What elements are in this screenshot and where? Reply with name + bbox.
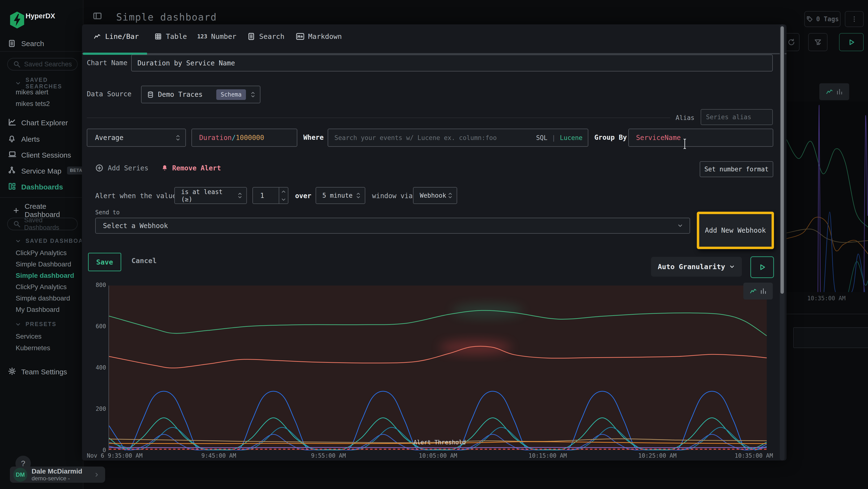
run-query-button[interactable] (750, 256, 774, 278)
sidebar-item-dashboards[interactable]: Dashboards (21, 183, 63, 191)
sql-toggle[interactable]: SQL (536, 134, 547, 141)
sidebar-item-service-map[interactable]: Service Map (21, 167, 61, 175)
add-series-button[interactable]: Add Series (95, 164, 149, 172)
chevron-updown-icon (250, 91, 256, 98)
number-spinner[interactable] (279, 188, 288, 203)
saved-search-item[interactable]: mikes alert (16, 88, 48, 96)
line-chart-icon[interactable] (749, 287, 757, 295)
alert-condition-select[interactable]: is at least (≥) (174, 187, 247, 204)
presets-header-label: PRESETS (26, 321, 56, 327)
alert-threshold-label: Alert Threshold (413, 439, 466, 446)
preview-chart-svg[interactable] (109, 286, 767, 450)
create-dashboard-button[interactable]: Create Dashboard (12, 202, 83, 219)
preset-item-kubernetes[interactable]: Kubernetes (16, 344, 50, 352)
data-source-select[interactable]: Demo Traces Schema (141, 86, 260, 103)
saved-dashboard-item[interactable]: Simple dashboard (16, 294, 70, 302)
saved-searches-input[interactable]: Saved Searches (7, 58, 78, 70)
sidebar-item-client-sessions[interactable]: Client Sessions (21, 151, 71, 159)
alert-channel-select[interactable]: Webhook (413, 187, 457, 204)
saved-dashboard-item[interactable]: ClickPy Analytics (16, 249, 67, 257)
group-by-value: ServiceName (636, 134, 681, 142)
y-tick-label: 400 (87, 364, 106, 371)
spinner-down-icon[interactable] (281, 198, 286, 201)
remove-alert-button[interactable]: Remove Alert (161, 164, 221, 172)
page-title: Simple dashboard (116, 11, 217, 23)
tab-line-bar[interactable]: Line/Bar (93, 30, 139, 42)
modal-scrollbar-thumb[interactable] (780, 26, 784, 294)
saved-dashboards-header[interactable]: SAVED DASHBOARDS (15, 238, 82, 244)
user-menu[interactable]: DM Dale McDiarmid demo-service - (10, 466, 105, 483)
bg-chart-type-toggle[interactable] (819, 83, 849, 100)
saved-search-item[interactable]: mikes tets2 (16, 100, 50, 108)
chart-name-input[interactable]: Duration by Service Name (131, 55, 773, 71)
granularity-value: Auto Granularity (658, 263, 725, 271)
saved-dashboards-input[interactable]: Saved Dashboards (7, 218, 78, 230)
filter-button[interactable] (808, 33, 828, 51)
granularity-select[interactable]: Auto Granularity (651, 257, 742, 277)
set-number-format-button[interactable]: Set number format (700, 161, 773, 177)
spinner-up-icon[interactable] (281, 190, 286, 193)
kebab-menu-button[interactable] (845, 11, 864, 27)
chart-preview: 800 600 400 200 0 Alert Threshold Nov 6 … (87, 283, 773, 460)
saved-dashboard-item[interactable]: Simple Dashboard (16, 260, 71, 268)
live-play-button[interactable] (839, 33, 864, 51)
brand-name[interactable]: HyperDX (26, 12, 55, 20)
bar-chart-icon[interactable] (760, 287, 767, 295)
preset-item-services[interactable]: Services (16, 333, 41, 340)
save-button[interactable]: Save (88, 253, 121, 271)
alert-value-input[interactable]: 1 (252, 187, 288, 204)
saved-dashboard-item[interactable]: ClickPy Analytics (16, 283, 67, 291)
tags-button[interactable]: 0 Tags (804, 11, 840, 27)
app-root: Simple dashboard 0 Tags 10:35:00 AM Hype… (0, 0, 868, 489)
line-chart-icon[interactable] (825, 88, 834, 95)
bell-icon (8, 134, 16, 143)
lucene-toggle[interactable]: Lucene (560, 134, 583, 141)
alert-condition-value: is at least (≥) (181, 188, 237, 203)
alias-input[interactable]: Series alias (701, 109, 773, 125)
tab-table[interactable]: Table (154, 30, 187, 42)
alert-window-value: 5 minute (322, 192, 352, 199)
sidebar-item-chart-explorer[interactable]: Chart Explorer (21, 119, 68, 127)
tab-number[interactable]: 123 Number (197, 30, 236, 42)
saved-dashboard-item[interactable]: My Dashboard (16, 306, 60, 314)
y-tick-label: 800 (87, 282, 106, 288)
cancel-button[interactable]: Cancel (131, 257, 157, 265)
tab-search[interactable]: Search (247, 30, 284, 42)
y-tick-label: 600 (87, 323, 106, 330)
chevron-right-icon (94, 471, 100, 478)
chevron-updown-icon (175, 134, 181, 141)
aggregation-value: Average (95, 134, 123, 142)
sidebar-item-alerts[interactable]: Alerts (21, 135, 40, 143)
sidebar-item-search[interactable]: Search (21, 39, 44, 48)
where-search-input[interactable]: Search your events w/ Lucene ex. column:… (328, 128, 588, 147)
alias-label: Alias (676, 114, 694, 121)
sidebar-collapse-icon[interactable] (93, 11, 102, 21)
field-expression-input[interactable]: Duration/1000000 (191, 128, 297, 147)
bar-chart-icon[interactable] (836, 88, 843, 95)
tab-label: Table (166, 32, 187, 40)
where-label: Where (303, 134, 323, 141)
lang-divider: | (552, 134, 556, 141)
aggregation-select[interactable]: Average (87, 128, 186, 147)
preview-chart-type-toggle[interactable] (743, 283, 773, 299)
webhook-placeholder: Select a Webhook (103, 222, 168, 230)
x-tick-label: 9:55:00 AM (311, 452, 346, 459)
schema-badge[interactable]: Schema (216, 89, 246, 100)
alert-window-select[interactable]: 5 minute (316, 187, 365, 204)
presets-header[interactable]: PRESETS (15, 321, 56, 327)
saved-searches-header[interactable]: SAVED SEARCHES (15, 77, 83, 90)
play-icon (847, 38, 856, 46)
add-new-webhook-button[interactable]: Add New Webhook (699, 214, 772, 247)
gear-icon (8, 367, 17, 376)
play-icon (758, 263, 766, 271)
series-separator (87, 118, 670, 118)
send-to-label: Send to (95, 209, 120, 216)
set-number-format-label: Set number format (704, 166, 768, 173)
saved-dashboard-item-active[interactable]: Simple dashboard (16, 272, 74, 280)
tab-markdown[interactable]: Markdown (296, 30, 342, 42)
webhook-select[interactable]: Select a Webhook (95, 218, 690, 234)
sidebar-item-team-settings[interactable]: Team Settings (21, 368, 67, 376)
search-icon (13, 220, 21, 228)
chevron-updown-icon (447, 192, 453, 199)
group-by-input[interactable]: ServiceName (628, 128, 773, 147)
